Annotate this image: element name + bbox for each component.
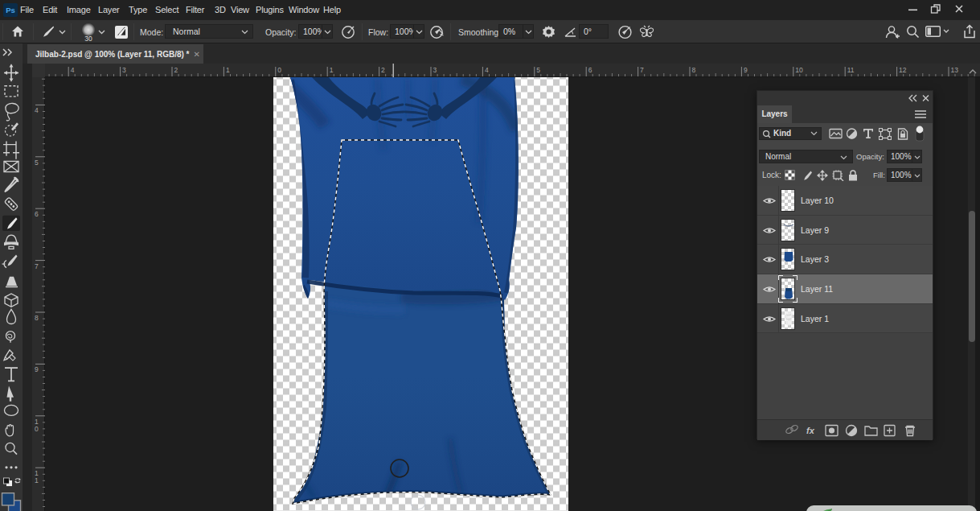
svg-text:1: 1 — [226, 66, 230, 74]
svg-text:3: 3 — [122, 66, 126, 74]
svg-text:8: 8 — [35, 314, 39, 322]
svg-text:6: 6 — [35, 210, 39, 218]
svg-text:12: 12 — [899, 66, 907, 74]
svg-text:0: 0 — [277, 66, 281, 74]
svg-text:9: 9 — [744, 66, 748, 74]
svg-text:5: 5 — [35, 159, 39, 167]
svg-text:10: 10 — [795, 66, 803, 74]
svg-text:0: 0 — [35, 425, 39, 433]
svg-text:4: 4 — [71, 66, 75, 74]
svg-text:4: 4 — [485, 66, 489, 74]
svg-text:7: 7 — [35, 262, 39, 270]
svg-text:1: 1 — [330, 66, 334, 74]
svg-text:30: 30 — [84, 35, 92, 42]
svg-text:13: 13 — [951, 66, 959, 74]
svg-text:2: 2 — [174, 66, 178, 74]
svg-text:11: 11 — [847, 66, 855, 74]
svg-text:9: 9 — [35, 365, 39, 373]
svg-text:6: 6 — [588, 66, 593, 74]
svg-text:8: 8 — [692, 66, 696, 74]
svg-text:3: 3 — [433, 66, 437, 74]
svg-text:5: 5 — [536, 66, 540, 74]
svg-text:7: 7 — [640, 66, 644, 74]
svg-text:4: 4 — [35, 106, 39, 114]
svg-text:2: 2 — [381, 66, 385, 74]
svg-text:1: 1 — [35, 476, 39, 484]
svg-text:fx: fx — [806, 426, 815, 435]
